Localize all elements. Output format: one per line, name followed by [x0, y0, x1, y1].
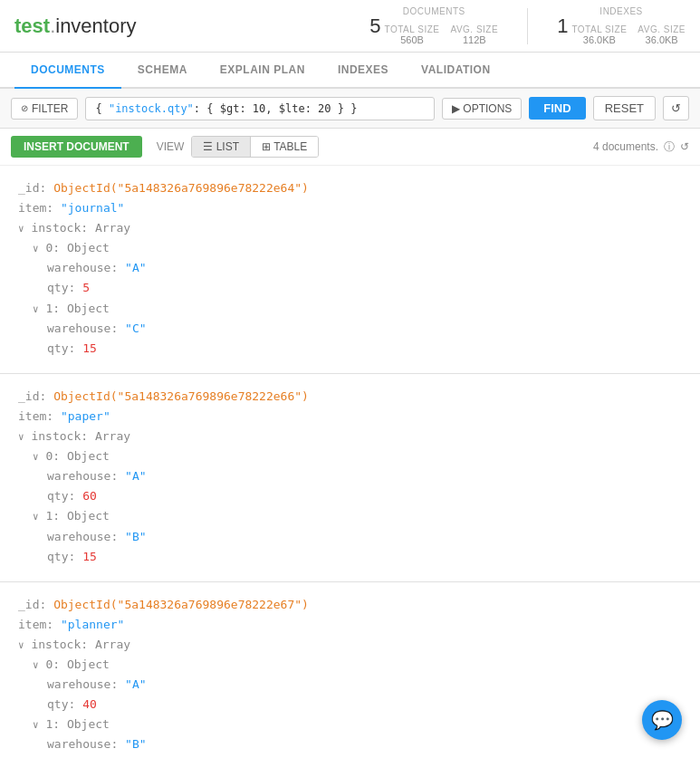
indexes-sizes: TOTAL SIZE 36.0KB AVG. SIZE 36.0KB	[571, 24, 686, 45]
docs-avg-size-label: AVG. SIZE	[450, 24, 498, 34]
header: test.inventory DOCUMENTS 5 TOTAL SIZE 56…	[0, 0, 700, 53]
doc-count-value: 4 documents.	[593, 140, 658, 153]
docs-avg-size: AVG. SIZE 112B	[450, 24, 498, 45]
view-label: VIEW	[157, 140, 185, 153]
indexes-total-size-label: TOTAL SIZE	[571, 24, 627, 34]
chat-icon: 💬	[651, 709, 674, 731]
doc3-instock-1: ∨ 1: Object	[33, 715, 682, 734]
doc1-0-qty: qty: 5	[47, 278, 682, 298]
table-row: _id: ObjectId("5a148326a769896e78222e66"…	[0, 374, 700, 582]
indexes-total-size: TOTAL SIZE 36.0KB	[571, 24, 627, 45]
doc3-item-line: item: "planner"	[18, 615, 682, 635]
indexes-avg-size: AVG. SIZE 36.0KB	[638, 24, 686, 45]
docs-total-size: TOTAL SIZE 560B	[385, 24, 440, 45]
refresh-icon[interactable]: ↺	[680, 140, 689, 153]
doc1-1-warehouse: warehouse: "C"	[47, 319, 682, 339]
doc3-instock-line: ∨ instock: Array	[18, 635, 682, 655]
doc3-1-qty: qty: 5	[47, 754, 682, 758]
doc1-1-qty: qty: 15	[47, 339, 682, 359]
doc2-0-qty: qty: 60	[47, 486, 682, 506]
docs-avg-size-value: 112B	[463, 34, 486, 45]
doc3-instock-0: ∨ 0: Object	[33, 655, 682, 675]
doc2-instock-1: ∨ 1: Object	[33, 506, 682, 526]
logo-inventory: inventory	[55, 14, 136, 37]
doc2-instock-line: ∨ instock: Array	[18, 427, 682, 446]
documents-sizes: TOTAL SIZE 560B AVG. SIZE 112B	[385, 24, 499, 45]
view-toggle: ☰ LIST ⊞ TABLE	[191, 136, 319, 158]
doc1-item-line: item: "journal"	[18, 198, 682, 218]
doc3-id-line: _id: ObjectId("5a148326a769896e78222e67"…	[18, 595, 682, 615]
reset-button[interactable]: RESET	[593, 96, 656, 120]
insert-document-button[interactable]: INSERT DOCUMENT	[11, 136, 142, 158]
docs-total-size-label: TOTAL SIZE	[385, 24, 440, 34]
query-toolbar: ⊘ FILTER { "instock.qty": { $gt: 10, $lt…	[0, 89, 700, 129]
documents-label: DOCUMENTS	[403, 6, 465, 16]
tab-schema[interactable]: SCHEMA	[121, 53, 204, 89]
indexes-avg-size-value: 36.0KB	[646, 34, 678, 45]
indexes-avg-size-label: AVG. SIZE	[638, 24, 686, 34]
indexes-total-size-value: 36.0KB	[583, 34, 616, 45]
document-count: 4 documents. ⓘ ↺	[593, 139, 689, 155]
doc2-1-qty: qty: 15	[47, 547, 682, 567]
doc2-1-warehouse: warehouse: "B"	[47, 527, 682, 547]
stat-divider	[527, 8, 528, 44]
filter-icon: ⊘	[21, 103, 28, 113]
docs-total-size-value: 560B	[400, 34, 424, 45]
doc2-id-line: _id: ObjectId("5a148326a769896e78222e66"…	[18, 387, 682, 407]
documents-stat: DOCUMENTS 5 TOTAL SIZE 560B AVG. SIZE 11…	[369, 6, 498, 45]
query-input[interactable]: { "instock.qty": { $gt: 10, $lte: 20 } }	[85, 97, 435, 120]
doc1-instock-0: ∨ 0: Object	[33, 238, 682, 258]
tab-bar: DOCUMENTS SCHEMA EXPLAIN PLAN INDEXES VA…	[0, 53, 700, 89]
indexes-count: 1	[557, 16, 568, 36]
doc3-1-warehouse: warehouse: "B"	[47, 734, 682, 754]
doc1-instock-1: ∨ 1: Object	[33, 299, 682, 319]
options-button[interactable]: ▶ OPTIONS	[442, 98, 522, 120]
indexes-stat: INDEXES 1 TOTAL SIZE 36.0KB AVG. SIZE 36…	[557, 6, 686, 45]
document-list: _id: ObjectId("5a148326a769896e78222e64"…	[0, 166, 700, 758]
chat-bubble-button[interactable]: 💬	[642, 700, 682, 740]
doc2-item-line: item: "paper"	[18, 407, 682, 427]
filter-label: FILTER	[32, 102, 68, 115]
list-view-button[interactable]: ☰ LIST	[192, 137, 250, 157]
find-button[interactable]: FIND	[529, 97, 585, 120]
doc1-0-warehouse: warehouse: "A"	[47, 258, 682, 278]
indexes-label: INDEXES	[599, 6, 642, 16]
documents-count: 5	[369, 16, 380, 36]
logo-test: test	[14, 14, 50, 37]
doc1-instock-line: ∨ instock: Array	[18, 218, 682, 238]
doc2-0-warehouse: warehouse: "A"	[47, 466, 682, 486]
doc2-instock-0: ∨ 0: Object	[33, 446, 682, 466]
table-row: _id: ObjectId("5a148326a769896e78222e67"…	[0, 582, 700, 758]
tab-documents[interactable]: DOCUMENTS	[14, 53, 121, 89]
table-row: _id: ObjectId("5a148326a769896e78222e64"…	[0, 166, 700, 374]
table-view-button[interactable]: ⊞ TABLE	[250, 137, 318, 157]
doc3-0-warehouse: warehouse: "A"	[47, 675, 682, 695]
tab-indexes[interactable]: INDEXES	[321, 53, 405, 89]
info-icon: ⓘ	[664, 139, 675, 155]
actions-bar: INSERT DOCUMENT VIEW ☰ LIST ⊞ TABLE 4 do…	[0, 129, 700, 166]
app-logo: test.inventory	[14, 14, 369, 38]
filter-button[interactable]: ⊘ FILTER	[11, 98, 78, 120]
doc3-0-qty: qty: 40	[47, 695, 682, 715]
doc1-id-line: _id: ObjectId("5a148326a769896e78222e64"…	[18, 178, 682, 198]
tab-explain-plan[interactable]: EXPLAIN PLAN	[204, 53, 321, 89]
tab-validation[interactable]: VALIDATION	[405, 53, 507, 89]
toolbar-refresh-button[interactable]: ↺	[663, 96, 689, 120]
header-stats: DOCUMENTS 5 TOTAL SIZE 560B AVG. SIZE 11…	[369, 6, 686, 45]
